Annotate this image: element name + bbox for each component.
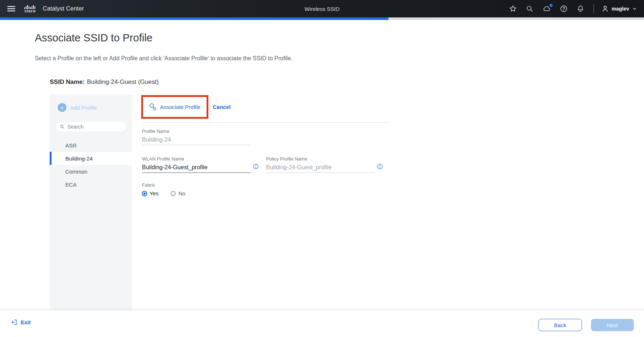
header-right: maglev [507, 3, 637, 15]
page-title: Wireless SSID [305, 6, 340, 12]
cloud-notification-badge [550, 4, 553, 7]
policy-profile-name-input [266, 164, 374, 173]
wlan-profile-name-label: WLAN Profile Name [142, 156, 251, 162]
add-profile-button[interactable]: + Add Profile [58, 103, 97, 112]
add-profile-label: Add Profile [70, 105, 97, 111]
user-name: maglev [612, 6, 629, 12]
profile-name-field: Profile Name [142, 129, 251, 145]
favorites-button[interactable] [507, 3, 519, 15]
profile-list-item-building-24[interactable]: Building-24 [50, 152, 132, 165]
wlan-profile-info-icon[interactable] [253, 163, 259, 170]
associate-profile-label: Associate Profile [160, 104, 201, 110]
exit-icon [11, 319, 18, 326]
exit-button[interactable]: Exit [11, 319, 31, 326]
profile-list: ASR Building-24 Common ECA [50, 139, 132, 191]
hamburger-icon [7, 6, 15, 12]
panel-divider [142, 122, 390, 123]
profile-name-label: Profile Name [142, 129, 251, 134]
associate-profile-button[interactable]: Associate Profile [149, 103, 201, 111]
wlan-profile-name-input[interactable] [142, 164, 251, 173]
chevron-down-icon [632, 6, 637, 12]
next-button[interactable]: Next [591, 319, 634, 331]
fabric-options: Yes No [142, 190, 186, 196]
user-icon [601, 5, 609, 13]
fabric-yes-label: Yes [150, 190, 158, 196]
help-icon [560, 5, 568, 13]
fabric-label: Fabric [142, 182, 155, 188]
plus-icon: + [58, 103, 66, 112]
user-menu[interactable]: maglev [601, 5, 637, 13]
bell-icon [576, 5, 584, 13]
wizard-progressbar-fill [0, 17, 388, 20]
ssid-name-row: SSID Name:Building-24-Guest (Guest) [50, 78, 159, 86]
wizard-progressbar [0, 17, 644, 20]
profile-list-item-common[interactable]: Common [50, 165, 132, 178]
product-title: Catalyst Center [43, 5, 84, 12]
cloud-status-button[interactable] [541, 3, 553, 15]
fabric-no-radio[interactable]: No [171, 190, 185, 196]
fabric-no-label: No [178, 190, 185, 196]
header-divider [594, 4, 594, 13]
policy-profile-name-label: Policy Profile Name [266, 156, 374, 162]
ssid-name-label: SSID Name: [50, 78, 85, 85]
radio-selected-icon [142, 191, 147, 196]
associate-profile-highlight-box: Associate Profile [141, 95, 208, 119]
search-button[interactable] [524, 3, 535, 15]
profile-search-input[interactable] [68, 124, 122, 130]
menu-button[interactable] [5, 4, 17, 14]
profile-sidebar: + Add Profile ASR Building-24 Common ECA [50, 94, 132, 310]
search-icon [60, 124, 65, 130]
back-button[interactable]: Back [538, 319, 582, 331]
radio-unselected-icon [171, 191, 176, 196]
header-left: cisco Catalyst Center [0, 4, 84, 14]
profile-list-item-eca[interactable]: ECA [50, 178, 132, 191]
page-heading: Associate SSID to Profile [35, 32, 152, 44]
notifications-button[interactable] [575, 3, 586, 15]
cisco-logo: cisco [24, 5, 36, 13]
exit-label: Exit [21, 319, 31, 325]
associate-icon [149, 103, 157, 111]
wlan-profile-name-field: WLAN Profile Name [142, 156, 251, 173]
wizard-footer: Exit Back Next [0, 310, 644, 337]
profile-list-item-asr[interactable]: ASR [50, 139, 132, 152]
search-icon [526, 5, 534, 13]
cancel-button[interactable]: Cancel [213, 104, 231, 110]
page-subtitle: Select a Profile on the left or Add Prof… [35, 55, 293, 62]
policy-profile-info-icon[interactable] [377, 163, 383, 170]
app-window: cisco Catalyst Center Wireless SSID [0, 0, 644, 337]
star-icon [509, 5, 517, 13]
policy-profile-name-field: Policy Profile Name [266, 156, 374, 173]
top-header: cisco Catalyst Center Wireless SSID [0, 0, 644, 17]
fabric-yes-radio[interactable]: Yes [142, 190, 158, 196]
help-button[interactable] [558, 3, 570, 15]
profile-name-input [142, 137, 251, 145]
profile-search [56, 121, 126, 132]
ssid-name-value: Building-24-Guest (Guest) [87, 78, 158, 85]
